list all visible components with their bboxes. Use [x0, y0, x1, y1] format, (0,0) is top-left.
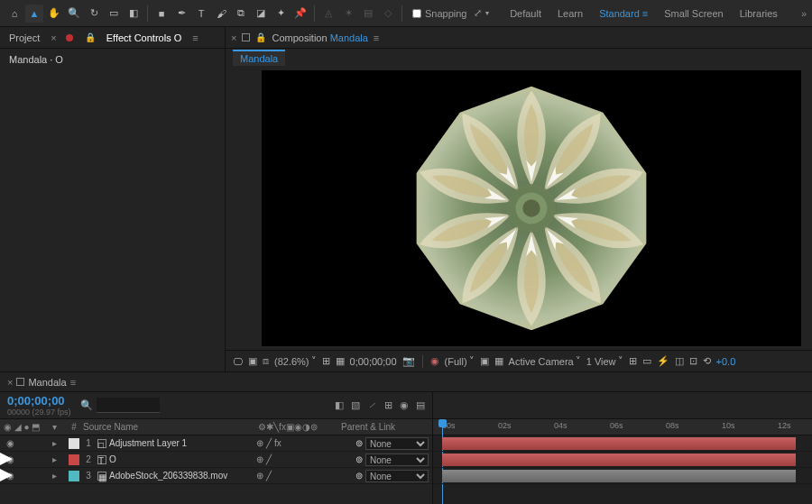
monitor-icon[interactable]: ▣	[248, 355, 257, 367]
search-icon[interactable]: 🔍	[80, 399, 93, 411]
layer-name[interactable]: ▦AdobeStock_206339838.mov	[96, 471, 253, 481]
layer-row[interactable]: ◉ ▸ 3 ▦AdobeStock_206339838.mov ⊕╱ ⊚None	[0, 468, 432, 484]
close-timeline-icon[interactable]: ×	[7, 377, 13, 388]
layer-bar-2[interactable]	[442, 454, 796, 466]
tab-project[interactable]: Project	[7, 29, 42, 47]
layer-switches[interactable]: ⊕╱fx	[253, 438, 352, 448]
panel-menu-icon[interactable]: ≡	[192, 32, 198, 43]
flowchart-icon[interactable]: ⊡	[689, 355, 697, 367]
panel-menu-icon[interactable]: ≡	[374, 32, 379, 43]
color-label[interactable]	[69, 454, 79, 465]
workspace-learn[interactable]: Learn	[558, 8, 583, 19]
home-icon[interactable]: ⌂	[5, 5, 23, 23]
pickwhip-icon[interactable]: ⊚	[355, 471, 363, 481]
lock-icon[interactable]: 🔒	[255, 32, 266, 42]
close-viewer-icon[interactable]: ×	[231, 32, 236, 43]
alpha-icon[interactable]: ⧈	[263, 355, 269, 367]
frame-blend-icon[interactable]: ⊞	[384, 399, 392, 411]
canvas[interactable]	[262, 70, 801, 346]
pen-tool-icon[interactable]: ✒	[172, 5, 190, 23]
more-workspaces-icon[interactable]: »	[801, 8, 807, 19]
text-tool-icon[interactable]: T	[192, 5, 210, 23]
zoom-tool-icon[interactable]: 🔍	[65, 5, 83, 23]
close-icon[interactable]: ×	[51, 32, 56, 43]
draft-3d-icon[interactable]: ▧	[351, 399, 360, 411]
shape-tool-icon[interactable]: ■	[152, 5, 171, 23]
twirl-icon[interactable]: ▸	[52, 454, 57, 464]
color-channel-icon[interactable]: ◉	[430, 355, 439, 367]
pickwhip-icon[interactable]: ⊚	[355, 438, 363, 448]
layer-switches[interactable]: ⊕╱	[253, 471, 352, 481]
time-ruler[interactable]: 00s02s04s06s08s10s12s	[433, 419, 812, 435]
roi-icon[interactable]: ▣	[480, 355, 489, 367]
pickwhip-icon[interactable]: ⊚	[355, 454, 363, 464]
workspace-standard[interactable]: Standard ≡	[599, 8, 648, 19]
snapping-options-icon[interactable]: ⤢	[474, 7, 482, 19]
resolution-icon[interactable]: ⊞	[322, 355, 330, 367]
marker-icon[interactable]	[16, 378, 24, 386]
layer-row[interactable]: ◉ ▸ 1 □Adjustment Layer 1 ⊕╱fx ⊚None	[0, 435, 432, 452]
twirl-icon[interactable]: ▸	[52, 471, 57, 481]
fast-preview-icon[interactable]: ⚡	[657, 355, 669, 367]
layer-index: 1	[81, 438, 96, 448]
hand-tool-icon[interactable]: ✋	[45, 5, 63, 23]
snapping-toggle[interactable]: Snapping ⤢ ▾	[412, 7, 489, 19]
exposure-value[interactable]: +0.0	[716, 356, 736, 367]
transparency-icon[interactable]: ▦	[494, 355, 503, 367]
layer-name[interactable]: TO	[96, 454, 253, 464]
color-label[interactable]	[69, 438, 79, 449]
resolution-dropdown[interactable]: (Full) ˅	[445, 355, 475, 367]
twirl-icon[interactable]: ▸	[52, 438, 57, 448]
column-source-name[interactable]: Source Name	[81, 422, 238, 432]
layer-name[interactable]: □Adjustment Layer 1	[96, 438, 253, 448]
parent-dropdown[interactable]: None	[365, 437, 429, 450]
panel-menu-icon[interactable]: ≡	[70, 377, 76, 388]
screen-icon[interactable]: 🖵	[233, 356, 243, 367]
timeline-track-area[interactable]: 00s02s04s06s08s10s12s	[433, 419, 812, 504]
unit-icon[interactable]: ⊞	[629, 355, 637, 367]
graph-editor-icon[interactable]: ▤	[416, 399, 425, 411]
reset-exposure-icon[interactable]: ⟲	[703, 355, 711, 367]
orbit-tool-icon[interactable]: ↻	[85, 5, 103, 23]
layer-switches[interactable]: ⊕╱	[253, 454, 352, 464]
brush-tool-icon[interactable]: 🖌	[212, 5, 230, 23]
composition-mini-flowchart-icon[interactable]: ◧	[335, 399, 344, 411]
timecode-display[interactable]: 0;00;00;00 00000 (29.97 fps)	[7, 394, 71, 417]
camera-dropdown[interactable]: Active Camera ˅	[509, 355, 581, 367]
timeline-tab-mandala[interactable]: Mandala	[28, 377, 66, 388]
selection-tool-icon[interactable]: ▲	[25, 5, 43, 23]
workspace-libraries[interactable]: Libraries	[740, 8, 778, 19]
marker-icon[interactable]	[242, 33, 250, 41]
puppet-tool-icon[interactable]: ✦	[272, 5, 290, 23]
workspace-small-screen[interactable]: Small Screen	[664, 8, 723, 19]
eraser-tool-icon[interactable]: ◪	[252, 5, 270, 23]
snapshot-icon[interactable]: 📷	[402, 355, 415, 367]
color-label[interactable]	[69, 471, 79, 481]
clone-tool-icon[interactable]: ⧉	[232, 5, 250, 23]
parent-dropdown[interactable]: None	[365, 454, 429, 466]
grid-icon[interactable]: ▦	[336, 355, 345, 367]
layer-row[interactable]: ◉ ▸ 2 TO ⊕╱ ⊚None	[0, 452, 432, 468]
chevron-down-icon[interactable]: ▾	[485, 9, 489, 17]
pixel-aspect-icon[interactable]: ▭	[642, 355, 651, 367]
motion-blur-icon[interactable]: ◉	[400, 399, 409, 411]
snapping-checkbox[interactable]	[412, 9, 421, 18]
visibility-icon[interactable]: ◉	[4, 438, 16, 448]
lock-icon[interactable]: 🔒	[85, 32, 96, 42]
roto-tool-icon[interactable]: ◧	[125, 5, 143, 23]
search-input[interactable]	[97, 398, 160, 413]
workspace-default[interactable]: Default	[510, 8, 541, 19]
shy-icon[interactable]: ⟋	[367, 399, 377, 411]
view-dropdown[interactable]: 1 View ˅	[586, 355, 623, 367]
rectangle-tool-icon[interactable]: ▭	[105, 5, 123, 23]
column-parent[interactable]: Parent & Link	[337, 422, 432, 432]
parent-dropdown[interactable]: None	[365, 470, 429, 482]
layer-bar-1[interactable]	[442, 437, 796, 450]
timeline-icon[interactable]: ◫	[675, 355, 684, 367]
pin-tool-icon[interactable]: 📌	[291, 5, 309, 23]
zoom-dropdown[interactable]: (82.6%) ˅	[274, 355, 317, 367]
layer-bar-3[interactable]	[442, 470, 796, 482]
viewer-subtab-mandala[interactable]: Mandala	[233, 50, 285, 66]
tab-effect-controls[interactable]: Effect Controls O	[105, 29, 184, 47]
timecode-display[interactable]: 0;00;00;00	[350, 356, 397, 367]
